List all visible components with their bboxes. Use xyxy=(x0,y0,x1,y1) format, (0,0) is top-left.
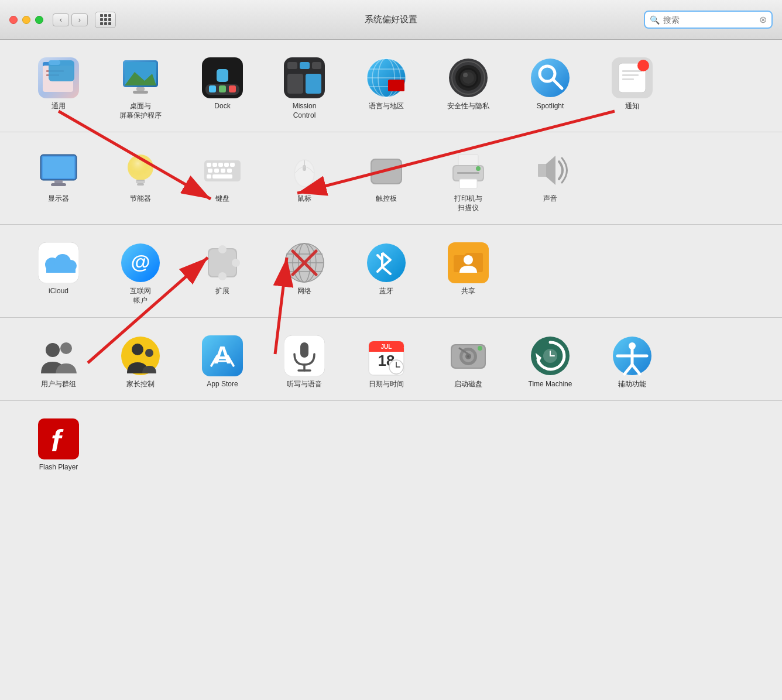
accessibility-icon xyxy=(612,335,653,376)
svg-rect-24 xyxy=(306,74,321,94)
traffic-lights xyxy=(9,16,43,24)
svg-rect-63 xyxy=(207,163,211,167)
svg-rect-56 xyxy=(51,183,66,186)
maximize-button[interactable] xyxy=(35,16,43,24)
pref-item-parental[interactable]: 家长控制 xyxy=(100,330,181,395)
network-icon xyxy=(284,242,325,283)
dock-label: Dock xyxy=(214,102,230,111)
spotlight-label: Spotlight xyxy=(537,102,564,111)
svg-point-99 xyxy=(232,259,240,267)
pref-item-timemachine[interactable]: Time Machine xyxy=(509,330,591,395)
pref-item-mouse[interactable]: 鼠标 xyxy=(263,144,345,218)
section-other: f Flash Player xyxy=(0,401,782,484)
svg-point-114 xyxy=(464,255,473,265)
svg-rect-65 xyxy=(218,163,223,167)
keyboard-label: 键盘 xyxy=(215,194,229,204)
pref-item-sound[interactable]: 声音 xyxy=(509,144,591,218)
pref-item-desktop[interactable]: 桌面与屏幕保护程序 xyxy=(100,52,181,126)
svg-rect-21 xyxy=(300,62,310,69)
grid-view-button[interactable] xyxy=(95,12,116,28)
pref-item-general[interactable]: 通用 xyxy=(18,52,100,126)
security-label: 安全性与隐私 xyxy=(447,102,489,111)
language-icon xyxy=(366,57,407,98)
energy-icon xyxy=(120,150,161,191)
pref-item-sharing[interactable]: 共享 xyxy=(427,236,509,311)
sharing-label: 共享 xyxy=(461,287,475,296)
pref-item-dictation[interactable]: 听写与语音 xyxy=(263,330,345,395)
pref-item-security[interactable]: 安全性与隐私 xyxy=(427,52,509,126)
mouse-icon xyxy=(284,150,325,191)
section-system: 用户与群组 家长控制 xyxy=(0,318,782,402)
svg-rect-68 xyxy=(208,169,212,173)
svg-rect-34 xyxy=(388,85,404,91)
back-button[interactable]: ‹ xyxy=(53,13,69,26)
bluetooth-icon xyxy=(366,242,407,283)
hardware-grid: 显示器 xyxy=(18,144,764,218)
svg-rect-60 xyxy=(137,183,144,186)
dictation-icon xyxy=(284,335,325,376)
dictation-label: 听写与语音 xyxy=(287,380,322,389)
svg-rect-16 xyxy=(219,85,226,92)
printer-label: 打印机与扫描仪 xyxy=(454,194,482,212)
svg-rect-18 xyxy=(217,69,228,82)
trackpad-label: 触控板 xyxy=(376,194,397,204)
datetime-label: 日期与时间 xyxy=(369,380,404,389)
energy-label: 节能器 xyxy=(130,194,151,204)
search-clear-button[interactable]: ⊗ xyxy=(759,14,767,25)
close-button[interactable] xyxy=(9,16,18,24)
svg-rect-69 xyxy=(214,169,219,173)
pref-item-datetime[interactable]: JUL 18 日期与时间 xyxy=(345,330,427,395)
trackpad-icon xyxy=(366,150,407,191)
sound-icon xyxy=(530,150,571,191)
search-input[interactable] xyxy=(663,15,756,25)
grid-icon xyxy=(100,14,111,25)
pref-item-startup[interactable]: 启动磁盘 xyxy=(427,330,509,395)
minimize-button[interactable] xyxy=(22,16,30,24)
pref-item-extensions[interactable]: 扩展 xyxy=(181,236,263,311)
pref-item-internet[interactable]: @ 互联网帐户 xyxy=(100,236,181,311)
other-grid: f Flash Player xyxy=(18,413,764,478)
titlebar: ‹ › 系统偏好设置 🔍 ⊗ xyxy=(0,0,782,40)
pref-item-keyboard[interactable]: 键盘 xyxy=(181,144,263,218)
pref-item-mission[interactable]: MissionControl xyxy=(263,52,345,126)
pref-item-language[interactable]: 语言与地区 xyxy=(345,52,427,126)
pref-item-display[interactable]: 显示器 xyxy=(18,144,100,218)
pref-item-icloud[interactable]: iCloud xyxy=(18,236,100,311)
timemachine-label: Time Machine xyxy=(529,380,572,389)
display-icon xyxy=(38,150,79,191)
svg-point-115 xyxy=(46,343,60,357)
window-title: 系统偏好设置 xyxy=(365,14,417,25)
svg-point-50 xyxy=(637,60,649,71)
pref-item-notify[interactable]: 通知 xyxy=(591,52,673,126)
search-bar[interactable]: 🔍 ⊗ xyxy=(644,11,773,29)
sharing-icon xyxy=(448,242,489,283)
pref-item-appstore[interactable]: A App Store xyxy=(181,330,263,395)
pref-item-dock[interactable]: Dock xyxy=(181,52,263,126)
mouse-label: 鼠标 xyxy=(297,194,311,204)
forward-button[interactable]: › xyxy=(71,13,88,26)
pref-item-trackpad[interactable]: 触控板 xyxy=(345,144,427,218)
svg-rect-17 xyxy=(229,85,236,92)
personal-grid: 通用 xyxy=(18,52,764,126)
search-icon: 🔍 xyxy=(650,15,660,25)
display-label: 显示器 xyxy=(48,194,69,204)
pref-item-network[interactable]: 网络 xyxy=(263,236,345,311)
pref-item-printer[interactable]: 打印机与扫描仪 xyxy=(427,144,509,218)
pref-item-energy[interactable]: 节能器 xyxy=(100,144,181,218)
language-label: 语言与地区 xyxy=(369,102,404,111)
system-grid: 用户与群组 家长控制 xyxy=(18,330,764,395)
svg-rect-49 xyxy=(622,78,634,80)
pref-item-bluetooth[interactable]: 蓝牙 xyxy=(345,236,427,311)
appstore-icon: A xyxy=(202,335,243,376)
pref-item-users[interactable]: 用户与群组 xyxy=(18,330,100,395)
svg-rect-80 xyxy=(458,155,478,166)
flash-icon: f xyxy=(38,418,79,459)
svg-rect-79 xyxy=(372,160,401,183)
svg-point-118 xyxy=(132,344,143,355)
pref-item-spotlight[interactable]: Spotlight xyxy=(509,52,591,126)
pref-item-flash[interactable]: f Flash Player xyxy=(18,413,100,478)
svg-rect-53 xyxy=(43,157,74,178)
appstore-label: App Store xyxy=(207,380,238,389)
svg-point-100 xyxy=(218,272,227,280)
pref-item-accessibility[interactable]: 辅助功能 xyxy=(591,330,673,395)
